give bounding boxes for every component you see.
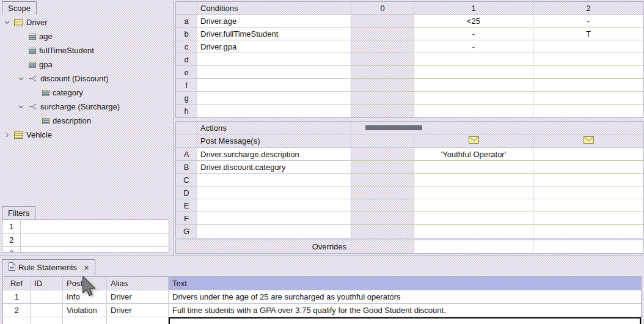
condition-expression-cell[interactable]: Driver.gpa (197, 40, 351, 53)
condition-value-cell[interactable] (414, 79, 533, 92)
row-letter[interactable]: b (176, 28, 197, 40)
action-value-cell[interactable] (533, 225, 643, 238)
tab-scope[interactable]: Scope (2, 1, 37, 15)
condition-value-cell[interactable]: <25 (414, 15, 533, 28)
override-cell[interactable] (414, 240, 533, 253)
action-value-cell[interactable] (533, 161, 643, 174)
action-value-cell[interactable] (351, 212, 414, 225)
filter-expression-cell[interactable] (21, 220, 169, 233)
tree-item-description[interactable]: description (0, 114, 174, 128)
filter-row-number[interactable]: 1 (2, 220, 21, 233)
tree-item-fulltimestudent[interactable]: fullTimeStudent (0, 43, 174, 57)
chevron-down-icon[interactable] (17, 105, 25, 109)
action-value-cell[interactable] (351, 225, 414, 238)
condition-value-cell[interactable]: - (414, 28, 533, 40)
ref-cell[interactable] (3, 317, 31, 324)
condition-value-cell[interactable] (533, 40, 643, 53)
action-expression-cell[interactable] (197, 225, 351, 238)
condition-value-cell[interactable] (351, 40, 414, 53)
post-cell[interactable] (63, 317, 107, 324)
text-cell-selected[interactable] (169, 317, 641, 324)
column-header-2[interactable]: 2 (533, 2, 643, 15)
id-cell[interactable] (31, 290, 63, 304)
post-cell[interactable]: Info (63, 290, 107, 304)
action-value-cell[interactable] (533, 212, 643, 225)
action-expression-cell[interactable]: Driver.discount.category (197, 161, 351, 174)
condition-value-cell[interactable] (351, 92, 414, 105)
tree-item-gpa[interactable]: gpa (0, 57, 174, 72)
action-value-cell[interactable] (351, 161, 414, 174)
condition-expression-cell[interactable]: Driver.fullTimeStudent (197, 28, 351, 40)
action-expression-cell[interactable] (197, 174, 351, 186)
action-value-cell[interactable] (533, 186, 643, 199)
row-letter[interactable]: F (176, 212, 197, 225)
condition-expression-cell[interactable]: Driver.age (197, 15, 351, 28)
filter-row-number[interactable]: 2 (2, 234, 21, 246)
action-value-cell[interactable] (414, 212, 533, 225)
action-value-cell[interactable] (414, 174, 533, 186)
id-cell[interactable] (31, 317, 63, 324)
condition-value-cell[interactable] (351, 105, 414, 117)
action-value-cell[interactable] (414, 199, 533, 212)
id-cell[interactable] (31, 304, 63, 317)
action-expression-cell[interactable] (197, 186, 351, 199)
column-header-0[interactable]: 0 (351, 2, 414, 15)
condition-value-cell[interactable] (351, 28, 414, 40)
row-letter[interactable]: E (176, 199, 197, 212)
condition-expression-cell[interactable] (197, 105, 351, 117)
row-letter[interactable]: G (176, 225, 197, 238)
filter-expression-cell[interactable] (21, 247, 169, 252)
tab-filters[interactable]: Filters (2, 206, 35, 219)
ref-cell[interactable]: 1 (3, 290, 31, 304)
action-value-cell[interactable] (351, 186, 414, 199)
column-header-ref[interactable]: Ref (3, 277, 31, 290)
action-expression-cell[interactable] (197, 212, 351, 225)
condition-value-cell[interactable] (351, 79, 414, 92)
condition-value-cell[interactable] (533, 92, 643, 105)
chevron-right-icon[interactable] (3, 132, 11, 138)
tree-item-discount[interactable]: discount (Discount) (0, 72, 174, 86)
action-value-cell[interactable] (533, 174, 643, 186)
column-header-post[interactable]: Post (63, 277, 107, 290)
filter-expression-cell[interactable] (21, 234, 169, 246)
column-header-text[interactable]: Text (169, 277, 641, 290)
condition-value-cell[interactable] (351, 53, 414, 66)
condition-value-cell[interactable] (533, 66, 643, 79)
action-value-cell[interactable] (351, 148, 414, 161)
alias-cell[interactable]: Driver (107, 304, 169, 317)
condition-expression-cell[interactable] (197, 79, 351, 92)
tab-rule-statements[interactable]: Rule Statements × (2, 259, 95, 275)
action-value-cell[interactable] (533, 148, 643, 161)
text-cell[interactable]: Drivers under the age of 25 are surcharg… (169, 290, 641, 304)
condition-value-cell[interactable] (533, 53, 643, 66)
condition-value-cell[interactable] (533, 79, 643, 92)
row-letter[interactable]: A (176, 148, 197, 161)
action-expression-cell[interactable]: Driver.surcharge.description (197, 148, 351, 161)
filter-row-number[interactable]: 3 (2, 247, 21, 252)
row-letter[interactable]: g (176, 92, 197, 105)
action-value-cell[interactable] (414, 186, 533, 199)
condition-value-cell[interactable]: - (414, 40, 533, 53)
post-message-cell[interactable] (414, 134, 533, 148)
condition-value-cell[interactable]: - (533, 15, 643, 28)
post-message-cell[interactable] (351, 134, 414, 148)
column-header-1[interactable]: 1 (414, 2, 533, 15)
condition-value-cell[interactable] (351, 66, 414, 79)
column-header-alias[interactable]: Alias (107, 277, 169, 290)
post-cell[interactable]: Violation (63, 304, 107, 317)
text-cell[interactable]: Full time students with a GPA over 3.75 … (169, 304, 641, 317)
condition-value-cell[interactable] (533, 105, 643, 117)
alias-cell[interactable]: Driver (107, 290, 169, 304)
ref-cell[interactable]: 2 (3, 304, 31, 317)
condition-expression-cell[interactable] (197, 66, 351, 79)
action-value-cell[interactable] (351, 199, 414, 212)
row-letter[interactable]: h (176, 105, 197, 117)
action-value-cell[interactable] (414, 225, 533, 238)
row-letter[interactable]: B (176, 161, 197, 174)
action-value-cell[interactable] (351, 174, 414, 186)
row-letter[interactable]: D (176, 186, 197, 199)
chevron-down-icon[interactable] (17, 77, 25, 81)
condition-value-cell[interactable] (414, 66, 533, 79)
condition-value-cell[interactable]: T (533, 28, 643, 40)
horizontal-scrollbar-thumb[interactable] (365, 125, 422, 130)
